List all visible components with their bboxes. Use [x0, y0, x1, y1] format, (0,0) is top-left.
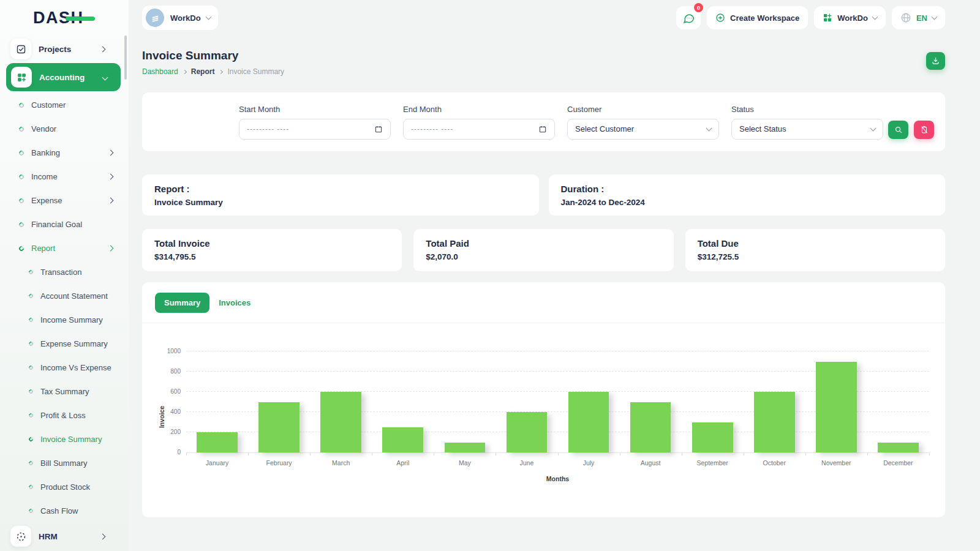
app-logo: DASH [0, 0, 129, 33]
workspace-selector[interactable]: WorkDo [142, 6, 218, 30]
check-square-icon [10, 39, 31, 59]
sidebar-item-report[interactable]: Report [0, 236, 129, 260]
sidebar-item-account-statement[interactable]: Account Statement [0, 284, 129, 308]
x-axis-tick [310, 452, 311, 455]
y-axis-labels: 02004006008001000 [156, 351, 181, 452]
end-month-input[interactable]: --------- ---- [403, 119, 555, 140]
x-axis-title: Months [186, 475, 929, 482]
stats-row: Total Invoice $314,795.5 Total Paid $2,0… [142, 229, 945, 271]
bar-june [507, 412, 548, 452]
language-selector[interactable]: EN [892, 6, 945, 29]
end-month-label: End Month [403, 105, 555, 114]
x-category-label: July [557, 459, 619, 467]
y-tick-label: 1000 [167, 348, 181, 354]
workspace-name: WorkDo [170, 13, 201, 23]
start-month-input[interactable]: --------- ---- [239, 119, 391, 140]
filter-actions [888, 121, 934, 139]
y-tick-label: 600 [170, 388, 181, 395]
bullet-icon [28, 460, 34, 467]
x-category-label: May [434, 459, 496, 467]
sidebar-item-customer[interactable]: Customer [0, 93, 129, 117]
sidebar-item-label: Report [31, 244, 108, 253]
x-category-label: December [867, 459, 929, 467]
sidebar-item-invoice-summary[interactable]: Invoice Summary [0, 427, 129, 451]
page-title: Invoice Summary [142, 49, 284, 62]
sidebar-item-product-stock[interactable]: Product Stock [0, 475, 129, 499]
chevron-right-icon [100, 46, 106, 52]
customer-field: Customer Select Customer [567, 105, 719, 140]
sidebar-item-income-vs-expense[interactable]: Income Vs Expense [0, 356, 129, 380]
tab-summary[interactable]: Summary [155, 293, 209, 313]
reset-filter-button[interactable] [914, 121, 934, 139]
sidebar-item-profit-loss[interactable]: Profit & Loss [0, 403, 129, 427]
sidebar-item-label: Transaction [40, 268, 129, 277]
breadcrumb-dashboard[interactable]: Dashboard [142, 67, 178, 76]
chevron-down-icon [205, 14, 211, 20]
workdo-apps-menu[interactable]: WorkDo [814, 6, 886, 29]
report-value: Invoice Summary [154, 198, 527, 207]
x-axis-tick [929, 452, 930, 455]
sidebar-item-financial-goal[interactable]: Financial Goal [0, 212, 129, 236]
report-label: Report : [154, 184, 527, 194]
x-axis-tick [867, 452, 868, 455]
x-category-label: April [372, 459, 434, 467]
sidebar-item-income[interactable]: Income [0, 165, 129, 189]
bullet-icon [18, 221, 24, 228]
filter-card: Start Month --------- ---- End Month ---… [142, 92, 945, 151]
bar-may [445, 443, 486, 453]
start-month-label: Start Month [239, 105, 391, 114]
x-axis-tick [682, 452, 682, 455]
sidebar-item-expense[interactable]: Expense [0, 189, 129, 212]
chart-plot: 02004006008001000 [186, 351, 929, 453]
download-button[interactable] [926, 52, 945, 70]
x-axis-tick [186, 452, 187, 455]
main-content: WorkDo 0 Create Workspace WorkDo [129, 0, 980, 551]
x-axis-tick [248, 452, 249, 455]
customer-select[interactable]: Select Customer [567, 119, 719, 140]
breadcrumb-report[interactable]: Report [191, 67, 215, 76]
x-category-label: August [620, 459, 682, 467]
messages-badge: 0 [694, 3, 703, 12]
customer-label: Customer [567, 105, 719, 114]
bar-april [382, 427, 423, 452]
app-root: DASH Projects Accounting Customer Vendor [0, 0, 980, 551]
bullet-icon [18, 102, 24, 108]
total-invoice-card: Total Invoice $314,795.5 [142, 229, 402, 271]
sidebar-item-cash-flow[interactable]: Cash Flow [0, 499, 129, 523]
messages-button[interactable]: 0 [676, 6, 701, 29]
chevron-down-icon [932, 14, 938, 20]
end-month-placeholder: --------- ---- [411, 125, 538, 133]
sidebar-item-projects[interactable]: Projects [6, 37, 123, 61]
bullet-icon [28, 317, 34, 323]
sidebar-item-label: Customer [31, 100, 129, 110]
bar-november [816, 362, 857, 453]
x-axis-tick [744, 452, 744, 455]
sidebar-item-banking[interactable]: Banking [0, 141, 129, 165]
sidebar-item-accounting[interactable]: Accounting [6, 63, 121, 91]
sidebar-scrollbar[interactable] [124, 36, 127, 80]
bars [186, 351, 929, 452]
create-workspace-button[interactable]: Create Workspace [707, 6, 808, 29]
sidebar-item-tax-summary[interactable]: Tax Summary [0, 380, 129, 403]
topbar-actions: 0 Create Workspace WorkDo EN [676, 6, 945, 29]
status-select-value: Select Status [739, 124, 871, 133]
search-icon [894, 126, 903, 134]
report-duration-row: Report : Invoice Summary Duration : Jan-… [142, 174, 945, 216]
sidebar-item-expense-summary[interactable]: Expense Summary [0, 332, 129, 356]
create-workspace-label: Create Workspace [730, 13, 799, 23]
breadcrumb-current: Invoice Summary [227, 67, 284, 76]
sidebar-item-vendor[interactable]: Vendor [0, 117, 129, 141]
workdo-menu-label: WorkDo [837, 13, 868, 23]
tab-invoices[interactable]: Invoices [219, 298, 251, 307]
sidebar-item-bill-summary[interactable]: Bill Summary [0, 451, 129, 475]
search-button[interactable] [888, 121, 908, 139]
chevron-right-icon [108, 150, 114, 156]
sidebar-item-hrm[interactable]: HRM [6, 524, 123, 549]
total-paid-card: Total Paid $2,070.0 [413, 229, 673, 271]
bullet-icon [18, 173, 24, 180]
stat-value: $314,795.5 [154, 252, 390, 261]
sidebar-item-label: Banking [31, 148, 108, 157]
sidebar-item-income-summary[interactable]: Income Summary [0, 308, 129, 332]
sidebar-item-transaction[interactable]: Transaction [0, 260, 129, 284]
status-select[interactable]: Select Status [731, 119, 883, 140]
